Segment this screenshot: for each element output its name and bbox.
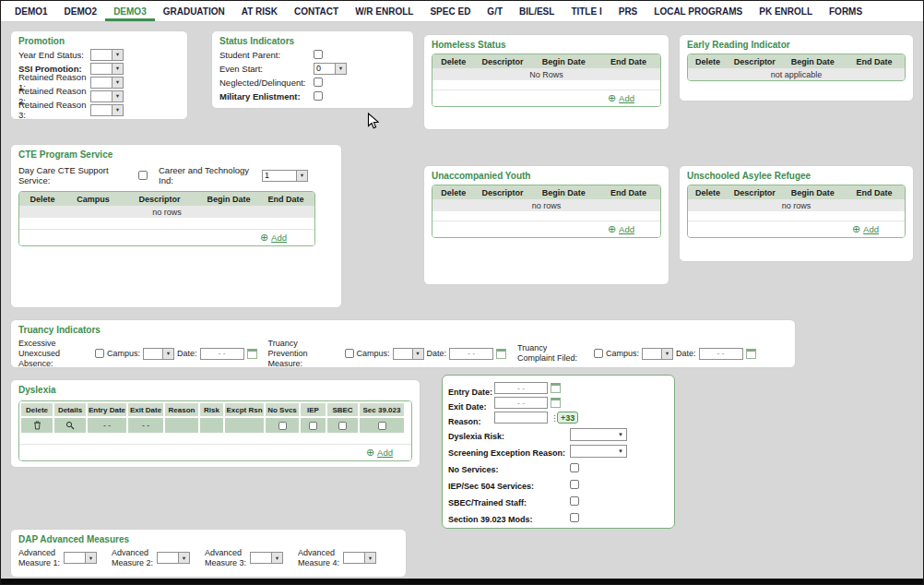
tab-contact[interactable]: CONTACT [286, 1, 347, 21]
column-header: Descriptor [121, 195, 198, 204]
tab-bil-esl[interactable]: BIL/ESL [511, 1, 563, 21]
chevron-down-icon[interactable]: ▼ [113, 90, 124, 102]
cte-program-service-panel: CTE Program Service Day Care CTE Support… [10, 144, 342, 308]
add-unaccompanied-youth-link[interactable]: ⊕Add [608, 224, 634, 234]
tab-demo2[interactable]: DEMO2 [56, 1, 106, 21]
excessive-absence-campus-select[interactable]: ▼ [143, 348, 174, 360]
advanced-measure-4-group: AdvancedMeasure 4: ▼ [298, 548, 376, 568]
tab-demo1[interactable]: DEMO1 [6, 1, 56, 21]
advanced-measure-3-select[interactable]: ▼ [250, 552, 283, 564]
chevron-down-icon[interactable]: ▼ [113, 49, 124, 61]
homeless-status-panel: Homeless Status Delete Descriptor Begin … [423, 34, 669, 130]
chevron-down-icon[interactable]: ▼ [179, 552, 190, 564]
unaccompanied-youth-title: Unaccompanied Youth [424, 166, 669, 183]
no-svcs-checkbox[interactable] [278, 422, 287, 430]
screening-exception-select[interactable]: ▼ [570, 445, 627, 458]
complaint-filed-campus-select[interactable]: ▼ [642, 348, 673, 360]
tab-spec-ed[interactable]: SPEC ED [421, 1, 479, 21]
tab-graduation[interactable]: GRADUATION [155, 1, 233, 21]
add-dyslexia-record-link[interactable]: ⊕Add [366, 448, 393, 458]
career-tech-ind-select[interactable]: 1▼ [262, 170, 308, 182]
homeless-status-table: Delete Descriptor Begin Date End Date No… [432, 54, 661, 107]
advanced-measure-1-select[interactable]: ▼ [64, 552, 97, 564]
column-header: Delete [19, 195, 65, 204]
ssi-promotion-select[interactable]: ▼ [90, 63, 124, 75]
add-cte-record-link[interactable]: ⊕Add [260, 233, 287, 243]
table-footer: ⊕Add [688, 221, 905, 237]
exit-date-input[interactable]: - - [494, 397, 548, 409]
prevention-measure-campus-select[interactable]: ▼ [393, 348, 424, 360]
early-reading-indicator-panel: Early Reading Indicator Delete Descripto… [679, 34, 914, 101]
reason-input[interactable] [494, 412, 548, 424]
calendar-icon[interactable] [496, 349, 506, 359]
section-39023-mods-checkbox[interactable] [570, 513, 579, 522]
retained-reason-3-select[interactable]: ▼ [90, 104, 124, 116]
student-parent-checkbox[interactable] [314, 50, 323, 59]
military-enlistment-checkbox[interactable] [314, 91, 323, 101]
sbec-trained-staff-checkbox[interactable] [570, 496, 579, 506]
prevention-measure-checkbox[interactable] [345, 349, 354, 358]
chevron-down-icon[interactable]: ▼ [336, 63, 347, 75]
advanced-measure-3-label: AdvancedMeasure 3: [205, 548, 247, 568]
year-end-status-select[interactable]: ▼ [90, 49, 124, 61]
campus-label: Campus: [606, 349, 639, 358]
advanced-measure-2-select[interactable]: ▼ [157, 552, 190, 564]
complaint-filed-checkbox[interactable] [594, 349, 603, 358]
iep-sec504-checkbox[interactable] [570, 480, 579, 489]
chevron-down-icon[interactable]: ▼ [163, 348, 174, 360]
chevron-down-icon[interactable]: ▼ [272, 552, 283, 564]
excessive-absence-date-input[interactable]: - - [200, 348, 244, 360]
reason-count-button[interactable]: +33 [557, 412, 578, 424]
advanced-measure-4-select[interactable]: ▼ [343, 552, 376, 564]
retained-reason-2-select[interactable]: ▼ [90, 90, 124, 102]
excessive-absence-checkbox[interactable] [95, 349, 104, 358]
column-header: Delete [688, 57, 728, 66]
chevron-down-icon[interactable]: ▼ [113, 77, 124, 89]
retained-reason-1-select[interactable]: ▼ [90, 77, 124, 89]
calendar-icon[interactable] [247, 349, 257, 359]
complaint-filed-date-input[interactable]: - - [699, 348, 743, 360]
dyslexia-risk-select[interactable]: ▼ [570, 428, 627, 441]
calendar-icon[interactable] [551, 398, 561, 408]
sec-39023-checkbox[interactable] [378, 422, 386, 430]
chevron-down-icon[interactable]: ▼ [297, 170, 308, 182]
chevron-down-icon[interactable]: ▼ [662, 348, 673, 360]
add-link-label: Add [271, 233, 287, 243]
no-services-checkbox[interactable] [570, 463, 579, 472]
chevron-down-icon[interactable]: ▼ [365, 552, 376, 564]
chevron-down-icon[interactable]: ▼ [113, 104, 124, 116]
campus-value [143, 348, 163, 360]
chevron-down-icon[interactable]: ▼ [86, 552, 97, 564]
advanced-measure-2-label: AdvancedMeasure 2: [112, 548, 154, 568]
even-start-select[interactable]: 0▼ [314, 63, 347, 75]
tab-wr-enroll[interactable]: W/R ENROLL [347, 1, 421, 21]
dyslexia-panel: Dyslexia Delete Details Entry Date Exit … [10, 379, 421, 468]
column-header: End Date [259, 195, 313, 204]
column-header: Excpt Rsn [225, 403, 264, 416]
tab-at-risk[interactable]: AT RISK [233, 1, 286, 21]
tab-gt[interactable]: G/T [479, 1, 511, 21]
tab-title-i[interactable]: TITLE I [563, 1, 610, 21]
calendar-icon[interactable] [551, 383, 561, 393]
column-header: Begin Date [198, 195, 259, 204]
chevron-down-icon[interactable]: ▼ [413, 348, 424, 360]
add-unschooled-asylee-link[interactable]: ⊕Add [852, 224, 879, 234]
add-homeless-record-link[interactable]: ⊕Add [608, 93, 634, 103]
iep-checkbox[interactable] [309, 422, 317, 430]
entry-date-input[interactable]: - - [494, 382, 548, 394]
column-header: Exit Date [128, 403, 163, 416]
row-details-button[interactable] [54, 418, 86, 433]
delete-row-button[interactable] [21, 418, 53, 433]
prevention-measure-date-input[interactable]: - - [449, 348, 493, 360]
chevron-down-icon[interactable]: ▼ [113, 63, 124, 75]
day-care-cte-checkbox[interactable] [138, 171, 148, 180]
risk-cell [200, 418, 223, 433]
tab-local-programs[interactable]: LOCAL PROGRAMS [646, 1, 751, 21]
tab-prs[interactable]: PRS [610, 1, 646, 21]
tab-forms[interactable]: FORMS [821, 1, 871, 21]
tab-demo3[interactable]: DEMO3 [105, 1, 155, 21]
calendar-icon[interactable] [746, 349, 756, 359]
sbec-checkbox[interactable] [338, 422, 347, 430]
neglected-delinquent-checkbox[interactable] [314, 78, 323, 87]
tab-pk-enroll[interactable]: PK ENROLL [751, 1, 821, 21]
